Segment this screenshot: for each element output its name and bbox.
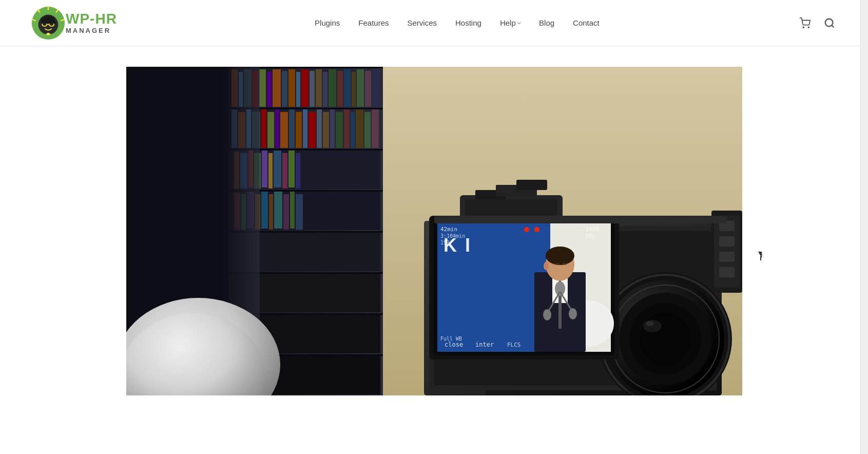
logo-tagline: MANAGER xyxy=(66,27,117,34)
svg-text:close: close xyxy=(445,341,463,348)
svg-rect-154 xyxy=(434,216,727,223)
svg-rect-67 xyxy=(372,109,379,148)
svg-point-144 xyxy=(524,227,529,232)
svg-rect-151 xyxy=(719,236,735,247)
svg-text:42min: 42min xyxy=(440,226,457,233)
svg-rect-40 xyxy=(329,69,336,107)
svg-point-127 xyxy=(546,247,574,265)
svg-rect-65 xyxy=(356,109,363,148)
svg-rect-56 xyxy=(296,112,302,148)
camera-scene-svg: K I 42min 3:104min 153 1920 50i close in… xyxy=(126,67,742,395)
svg-point-128 xyxy=(544,262,549,270)
svg-rect-155 xyxy=(486,390,640,395)
hero-image: K I 42min 3:104min 153 1920 50i close in… xyxy=(126,67,742,395)
nav-icons xyxy=(797,15,837,31)
svg-rect-77 xyxy=(288,150,295,187)
svg-point-132 xyxy=(555,281,565,296)
svg-text:153: 153 xyxy=(440,240,450,245)
svg-rect-88 xyxy=(290,192,295,229)
cart-icon xyxy=(799,17,811,29)
search-icon xyxy=(824,17,835,29)
svg-rect-53 xyxy=(275,109,279,148)
svg-rect-59 xyxy=(317,109,322,148)
svg-rect-130 xyxy=(563,263,567,265)
svg-rect-89 xyxy=(296,194,303,230)
svg-point-10 xyxy=(803,27,804,28)
svg-rect-87 xyxy=(283,194,289,230)
svg-rect-57 xyxy=(303,109,307,148)
svg-rect-61 xyxy=(330,109,335,148)
svg-rect-34 xyxy=(288,69,295,107)
svg-text:3:104min: 3:104min xyxy=(440,233,465,239)
svg-rect-105 xyxy=(516,180,547,190)
nav-link-features[interactable]: Features xyxy=(358,18,389,27)
logo-link[interactable]: WP-HR MANAGER xyxy=(31,6,117,41)
svg-text:FLCS: FLCS xyxy=(507,342,521,348)
svg-rect-85 xyxy=(269,194,273,230)
logo-text: WP-HR MANAGER xyxy=(66,11,117,34)
svg-rect-38 xyxy=(316,69,322,107)
nav-link-contact[interactable]: Contact xyxy=(573,18,600,27)
svg-rect-37 xyxy=(310,71,315,107)
logo-icon xyxy=(31,6,66,41)
svg-text:I: I xyxy=(465,235,470,256)
svg-rect-78 xyxy=(296,153,300,188)
svg-point-145 xyxy=(534,227,539,232)
svg-rect-63 xyxy=(344,109,350,148)
svg-rect-41 xyxy=(337,71,343,107)
svg-rect-42 xyxy=(344,69,351,107)
svg-rect-84 xyxy=(261,192,268,229)
site-header: WP-HR MANAGER Plugins Features Services … xyxy=(0,0,868,46)
nav-link-hosting[interactable]: Hosting xyxy=(455,18,481,27)
nav-link-blog[interactable]: Blog xyxy=(539,18,554,27)
svg-rect-60 xyxy=(323,112,329,148)
main-content: K I 42min 3:104min 153 1920 50i close in… xyxy=(0,46,868,395)
logo-brand-name: WP-HR xyxy=(66,11,117,27)
svg-rect-45 xyxy=(365,71,371,107)
svg-rect-76 xyxy=(282,153,287,188)
svg-point-135 xyxy=(543,309,551,320)
svg-rect-74 xyxy=(268,153,273,188)
svg-text:1920: 1920 xyxy=(586,226,600,233)
svg-rect-43 xyxy=(352,72,356,107)
svg-text:inter: inter xyxy=(475,341,494,348)
svg-rect-129 xyxy=(555,263,560,265)
svg-text:Full WB: Full WB xyxy=(440,336,462,342)
svg-text:50i: 50i xyxy=(586,233,595,239)
svg-rect-55 xyxy=(289,109,295,148)
svg-rect-33 xyxy=(282,71,287,107)
svg-rect-75 xyxy=(274,150,281,187)
svg-rect-66 xyxy=(364,112,371,148)
svg-point-11 xyxy=(808,27,809,28)
svg-rect-44 xyxy=(357,69,364,107)
nav-link-help[interactable]: Help xyxy=(500,18,520,28)
svg-rect-35 xyxy=(296,72,300,107)
svg-rect-153 xyxy=(719,267,735,277)
svg-rect-32 xyxy=(273,69,281,107)
svg-point-136 xyxy=(569,308,577,319)
svg-rect-86 xyxy=(274,192,282,229)
svg-rect-152 xyxy=(719,252,735,262)
svg-rect-73 xyxy=(262,150,267,187)
svg-rect-52 xyxy=(267,112,274,148)
cart-icon-button[interactable] xyxy=(797,15,813,31)
svg-rect-51 xyxy=(261,109,266,148)
search-icon-button[interactable] xyxy=(822,15,837,31)
svg-rect-64 xyxy=(351,112,355,148)
hero-section: K I 42min 3:104min 153 1920 50i close in… xyxy=(0,46,868,395)
svg-rect-31 xyxy=(267,72,272,107)
svg-rect-58 xyxy=(308,112,316,148)
svg-point-12 xyxy=(825,18,833,26)
svg-rect-54 xyxy=(280,112,288,148)
svg-point-112 xyxy=(640,313,691,365)
svg-rect-30 xyxy=(259,69,266,107)
scrollbar[interactable] xyxy=(860,0,868,454)
svg-rect-36 xyxy=(301,69,308,107)
nav-link-plugins[interactable]: Plugins xyxy=(315,18,340,27)
svg-rect-39 xyxy=(323,72,327,107)
nav-link-services[interactable]: Services xyxy=(407,18,437,27)
svg-point-114 xyxy=(646,321,654,326)
svg-line-13 xyxy=(832,25,834,27)
main-nav: Plugins Features Services Hosting Help B… xyxy=(315,18,600,28)
svg-rect-46 xyxy=(372,69,379,107)
